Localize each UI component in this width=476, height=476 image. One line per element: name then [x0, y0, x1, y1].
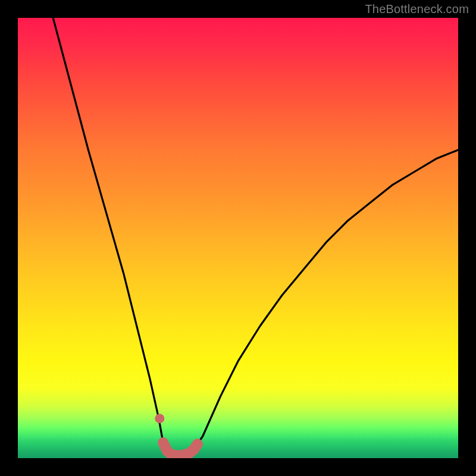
bottleneck-curve	[53, 18, 458, 456]
trough-highlight-dot	[155, 414, 164, 423]
plot-area	[18, 18, 458, 458]
chart-stage: TheBottleneck.com	[0, 0, 476, 476]
curve-layer	[18, 18, 458, 458]
watermark-text: TheBottleneck.com	[365, 2, 469, 16]
trough-highlight-segment	[163, 443, 198, 456]
